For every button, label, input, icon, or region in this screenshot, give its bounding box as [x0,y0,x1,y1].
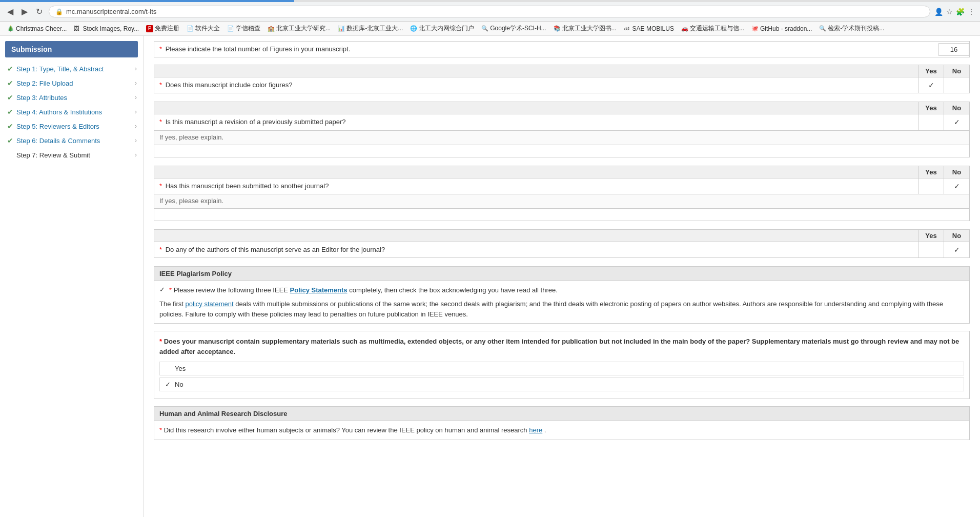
bookmark-13[interactable]: 🔍 检索-学术期刊投稿... [816,23,887,34]
color-figures-section: Yes No * Does this manuscript include co… [154,65,970,93]
animal-body: * Did this research involve either human… [154,421,969,440]
sidebar-item-step2[interactable]: ✔ Step 2: File Upload › [0,76,143,90]
check-icon-step4: ✔ [7,108,13,116]
journal-explain-text: If yes, please explain. [159,197,223,205]
journal-no-cell[interactable]: ✓ [944,178,969,194]
plagiarism-body-text: The first policy statement deals with mu… [159,299,964,319]
journal-explain: If yes, please explain. [154,194,970,209]
color-figures-text: Does this manuscript include color figur… [166,81,293,89]
arrow-step5: › [135,123,137,130]
reload-button[interactable]: ↻ [34,6,45,17]
bookmark-label-1: Stock Images, Roy... [83,25,139,32]
no-header-journal: No [944,166,969,178]
arrow-step3: › [135,94,137,101]
suppl-question-text: Does your manuscript contain supplementa… [159,337,959,355]
sidebar-step6-label: Step 6: Details & Comments [16,137,133,145]
bookmark-label-7: 北工大内网综合门户 [419,24,474,33]
suppl-option-yes[interactable]: ✓ Yes [159,362,964,375]
bookmark-4[interactable]: 📄 学信稽查 [224,23,263,34]
more-button[interactable]: ⋮ [968,8,975,16]
editor-no-cell[interactable]: ✓ [944,242,969,257]
another-journal-row: * Has this manuscript been submitted to … [154,178,970,194]
plagiarism-body: ✓ * Please review the following three IE… [154,281,969,324]
animal-research-section: Human and Animal Research Disclosure * D… [154,406,970,440]
revision-section: Yes No * Is this manuscript a revision o… [154,102,970,157]
bookmark-0[interactable]: 🎄 Christmas Cheer... [4,24,70,33]
check-icon-step3: ✔ [7,93,13,102]
yes-header-color: Yes [918,65,944,77]
revision-explain-input[interactable] [154,145,970,157]
animal-link-end: . [544,426,546,434]
body-text: deals with multiple submissions or publi… [159,300,943,318]
sidebar-step5-label: Step 5: Reviewers & Editors [16,123,133,130]
policy-statements-link[interactable]: Policy Statements [290,286,348,294]
editor-yes-cell[interactable] [918,242,944,257]
no-header-color: No [944,65,969,77]
sidebar-step1-label: Step 1: Type, Title, & Abstract [16,65,133,73]
back-button[interactable]: ◀ [5,6,15,17]
yes-header-editor: Yes [918,230,944,242]
bookmark-10[interactable]: 🏎 SAE MOBILUS [621,24,677,33]
yn-header-journal: Yes No [154,166,970,178]
suppl-no-label: No [175,381,183,388]
bookmark-11[interactable]: 🚗 交通运输工程与信... [678,23,747,34]
revision-yes-cell[interactable] [918,114,944,130]
submission-header: Submission [5,41,138,57]
arrow-step4: › [135,108,137,115]
bookmark-5[interactable]: 🏫 北京工业大学研究... [264,23,334,34]
bookmark-label-2: 免费注册 [155,24,179,33]
url-text: mc.manuscriptcentral.com/t-its [66,8,156,15]
animal-header: Human and Animal Research Disclosure [154,407,969,421]
sidebar-item-step4[interactable]: ✔ Step 4: Authors & Institutions › [0,105,143,119]
forward-button[interactable]: ▶ [19,6,30,17]
plagiarism-check[interactable]: ✓ [159,286,165,293]
suppl-option-no[interactable]: ✓ No [159,377,964,391]
yn-header-revision: Yes No [154,102,970,114]
color-figures-row: * Does this manuscript include color fig… [154,77,970,93]
star-button[interactable]: ☆ [946,8,953,16]
supplementary-section: * Does your manuscript contain supplemen… [154,331,970,399]
sidebar-step2-label: Step 2: File Upload [16,79,133,87]
figures-question-text: Please indicate the total number of Figu… [166,45,351,53]
figures-section: * Please indicate the total number of Fi… [154,41,970,57]
sidebar-item-step1[interactable]: ✔ Step 1: Type, Title, & Abstract › [0,62,143,76]
bookmark-1[interactable]: 🖼 Stock Images, Roy... [71,24,142,33]
main-content: * Please indicate the total number of Fi… [144,36,980,517]
bookmark-2[interactable]: P 免费注册 [143,23,182,34]
sidebar-item-step3[interactable]: ✔ Step 3: Attributes › [0,90,143,105]
check-icon-step5: ✔ [7,122,13,130]
journal-yes-cell[interactable] [918,178,944,194]
bookmark-label-12: GitHub - sraddon... [760,25,812,32]
bookmark-8[interactable]: 🔍 Google学术-SCI-H... [478,23,549,34]
profile-button[interactable]: 👤 [934,8,943,16]
sidebar-step4-label: Step 4: Authors & Institutions [16,108,133,116]
bookmark-7[interactable]: 🌐 北工大内网综合门户 [407,23,477,34]
sidebar-step7-label: Step 7: Review & Submit [16,151,133,159]
journal-explain-input[interactable] [154,209,970,221]
plagiarism-instruction-row: ✓ * Please review the following three IE… [159,285,964,295]
policy-statement-link[interactable]: policy statement [186,300,234,308]
animal-policy-link[interactable]: here [529,426,542,434]
url-bar[interactable]: 🔒 mc.manuscriptcentral.com/t-its [49,6,930,17]
sidebar-item-step5[interactable]: ✔ Step 5: Reviewers & Editors › [0,119,143,133]
plagiarism-instruction-suffix: completely, then check the box acknowled… [349,286,558,294]
check-icon-step2: ✔ [7,79,13,87]
bookmark-9[interactable]: 📚 北京工业大学图书... [550,23,620,34]
color-yes-cell[interactable]: ✓ [918,77,944,93]
plagiarism-header: IEEE Plagiarism Policy [154,267,969,281]
figures-value[interactable]: 16 [938,43,969,56]
bookmark-6[interactable]: 📊 数据库-北京工业大... [335,23,406,34]
plagiarism-instruction-prefix: Please review the following three IEEE [174,286,288,294]
plagiarism-instruction-text: * Please review the following three IEEE… [169,285,558,295]
bookmark-label-10: SAE MOBILUS [632,25,674,32]
bookmark-12[interactable]: 🐙 GitHub - sraddon... [748,24,815,33]
editor-row: * Do any of the authors of this manuscri… [154,242,970,258]
revision-no-cell[interactable]: ✓ [944,114,969,130]
sidebar-item-step7[interactable]: ✔ Step 7: Review & Submit › [0,148,143,162]
revision-row: * Is this manuscript a revision of a pre… [154,114,970,130]
revision-text: Is this manuscript a revision of a previ… [166,118,346,126]
sidebar-item-step6[interactable]: ✔ Step 6: Details & Comments › [0,133,143,148]
bookmark-3[interactable]: 📄 软件大全 [183,23,223,34]
extensions-button[interactable]: 🧩 [956,8,965,16]
color-no-cell[interactable] [944,77,969,93]
